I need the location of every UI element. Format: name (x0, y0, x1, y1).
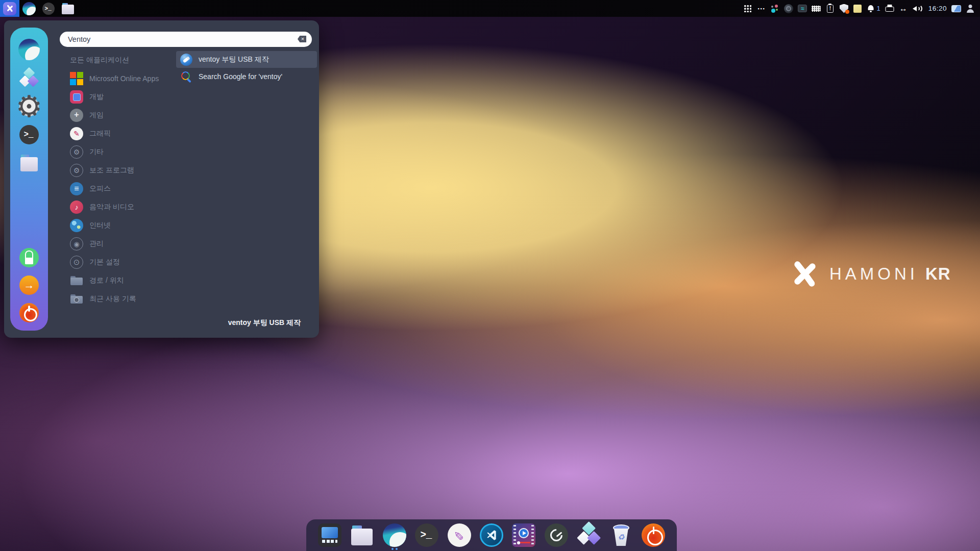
tray-overflow-dots[interactable]: ⋯ (756, 0, 766, 17)
dock-desktop-panel[interactable] (316, 520, 344, 550)
printer-icon (885, 5, 894, 12)
category-label: 인터넷 (89, 221, 111, 230)
launcher-terminal[interactable]: >_ (39, 0, 58, 17)
category-item[interactable]: 오피스 (64, 180, 174, 198)
category-item[interactable]: 개발 (64, 88, 174, 106)
tray-display[interactable] (951, 0, 961, 17)
hamonikr-brand: HAMONI KR (789, 258, 951, 290)
category-item[interactable]: 경로 / 위치 (64, 271, 174, 290)
tray-security-shield[interactable] (839, 0, 848, 17)
menu-session-buttons (19, 248, 39, 322)
sidebar-terminal[interactable]: >_ (19, 125, 39, 144)
category-item[interactable]: 인터넷 (64, 216, 174, 235)
search-result[interactable]: ventoy 부팅 USB 제작 (176, 51, 317, 68)
dock-software-cubes[interactable] (575, 520, 602, 550)
tray-volume[interactable] (913, 0, 924, 17)
dock-whale-browser[interactable] (381, 520, 408, 550)
vscode-icon (480, 523, 503, 547)
tray-sticky-notes[interactable] (853, 0, 862, 17)
category-dev-icon (70, 90, 83, 104)
display-icon (951, 5, 961, 12)
tray-notifications[interactable]: 1 (867, 0, 880, 17)
desktop-wallpaper: >_ ⋯≈!1↔16:20 >_ 모든 애플리케이션Microsoft Onli… (0, 0, 980, 551)
sidebar-file-manager[interactable] (19, 153, 39, 172)
tray-clock[interactable]: 16:20 (928, 0, 947, 17)
google-icon (180, 70, 192, 83)
system-settings-icon (19, 97, 39, 116)
sidebar-logout[interactable] (19, 276, 39, 295)
file-manager-icon (19, 153, 39, 172)
user-icon (967, 5, 974, 13)
file-manager-icon (61, 2, 75, 15)
dock-text-editor[interactable] (446, 520, 473, 550)
category-label: 최근 사용 기록 (89, 294, 136, 304)
launcher-file-manager[interactable] (58, 0, 78, 17)
tray-wave-app[interactable]: ≈ (798, 0, 807, 17)
category-label: 관리 (89, 239, 104, 248)
dock-vscode[interactable] (478, 520, 505, 550)
tray-input-method[interactable] (770, 0, 779, 17)
panel-launchers: >_ (0, 0, 78, 17)
tray-network-arrows[interactable]: ↔ (899, 0, 908, 17)
wave-app-icon: ≈ (798, 5, 807, 12)
dock-system-monitor[interactable] (543, 520, 570, 550)
category-item[interactable]: 게임 (64, 106, 174, 124)
result-label: ventoy 부팅 USB 제작 (199, 55, 269, 64)
sidebar-system-settings[interactable] (19, 97, 39, 116)
tray-fan-utility[interactable] (784, 0, 793, 17)
text-editor-icon (448, 523, 471, 547)
desktop-panel-icon (318, 523, 341, 547)
category-label: 게임 (89, 111, 104, 120)
category-label: 음악과 비디오 (89, 203, 134, 212)
power-icon (642, 523, 665, 547)
category-item[interactable]: 음악과 비디오 (64, 198, 174, 216)
category-music-icon (70, 201, 83, 214)
category-internet-icon (70, 219, 83, 232)
sidebar-software-cubes[interactable] (19, 69, 39, 88)
app-grid-icon (744, 5, 751, 12)
dock-media-player[interactable] (510, 520, 537, 550)
category-gear-outline-icon (70, 145, 83, 159)
launcher-whale-browser[interactable] (19, 0, 39, 17)
category-item[interactable]: Microsoft Online Apps (64, 69, 174, 88)
category-gear-outline-icon (70, 164, 83, 177)
lock-screen-icon (19, 248, 39, 267)
category-item[interactable]: 기본 설정 (64, 253, 174, 271)
terminal-icon: >_ (415, 523, 438, 547)
notifications-icon (867, 5, 875, 13)
dock-file-manager[interactable] (348, 520, 376, 550)
tray-user[interactable] (966, 0, 975, 17)
category-office-icon (70, 182, 83, 195)
search-result[interactable]: Search Google for 'ventoy' (176, 68, 317, 85)
launcher-hamonikr-menu[interactable] (0, 0, 19, 17)
whale-browser-icon (22, 2, 36, 15)
tray-printer[interactable] (885, 0, 894, 17)
sidebar-whale-browser[interactable] (18, 39, 40, 60)
security-shield-icon (840, 4, 848, 13)
menu-favorites: >_ (18, 39, 40, 172)
category-folder-clock-icon (70, 292, 83, 306)
category-item[interactable]: 기타 (64, 143, 174, 161)
result-label: Search Google for 'ventoy' (199, 72, 282, 81)
category-item[interactable]: 그래픽 (64, 124, 174, 143)
category-graphics-icon (70, 127, 83, 140)
tray-clipboard-manager[interactable]: ! (825, 0, 835, 17)
dock-power[interactable] (640, 520, 667, 550)
sidebar-lock-screen[interactable] (19, 248, 39, 267)
running-indicator (391, 548, 398, 550)
category-label: 개발 (89, 92, 104, 102)
dock-terminal[interactable]: >_ (413, 520, 440, 550)
dock-trash[interactable]: ♻ (607, 520, 635, 550)
category-item[interactable]: 모든 애플리케이션 (64, 51, 174, 69)
category-item[interactable]: 최근 사용 기록 (64, 290, 174, 308)
sidebar-shutdown[interactable] (19, 303, 39, 322)
overflow-dots-icon: ⋯ (757, 4, 765, 13)
software-cubes-icon (19, 69, 39, 88)
search-input[interactable] (60, 32, 312, 47)
category-label: Microsoft Online Apps (89, 74, 159, 83)
category-games-icon (70, 109, 83, 122)
category-item[interactable]: 관리 (64, 235, 174, 253)
category-item[interactable]: 보조 프로그램 (64, 161, 174, 180)
tray-keyboard-layout[interactable] (812, 0, 821, 17)
tray-app-grid[interactable] (743, 0, 752, 17)
